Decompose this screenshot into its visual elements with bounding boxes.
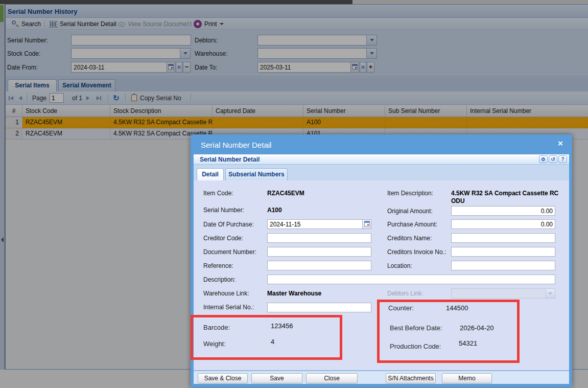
purchase-amount-input[interactable]: [451, 219, 555, 229]
sn-attachments-button[interactable]: S/N Attachments: [386, 373, 436, 383]
location-input[interactable]: [451, 261, 555, 270]
item-description-label: Item Description:: [387, 190, 433, 197]
save-and-close-button[interactable]: Save & Close: [198, 373, 248, 383]
dialog-title: Serial Number Detail: [201, 141, 271, 149]
warehouse-link-value: Master Warehouse: [267, 290, 321, 297]
description-input[interactable]: [267, 275, 555, 284]
warehouse-link-label: Warehouse Link:: [203, 290, 249, 297]
reference-input[interactable]: [267, 261, 371, 270]
document-number-label: Document Number:: [203, 248, 256, 256]
internal-serial-no-input[interactable]: [267, 303, 371, 312]
inner-panel-title: Serial Number Detail: [200, 156, 260, 163]
reference-label: Reference:: [203, 262, 233, 269]
date-of-purchase-calendar-button[interactable]: [363, 219, 371, 229]
annotation-box-counter-bestbefore-production: [377, 300, 520, 363]
dialog-tab-strip: Detail Subserial Numbers: [194, 165, 569, 180]
description-label: Description:: [203, 276, 236, 283]
creditors-name-label: Creditors Name:: [387, 235, 432, 242]
creditors-name-input[interactable]: [451, 233, 555, 243]
gear-icon[interactable]: ⚙: [539, 155, 548, 163]
debtors-link-combo: [451, 288, 555, 299]
memo-button[interactable]: Memo: [442, 373, 492, 383]
document-number-input[interactable]: [267, 247, 371, 257]
serial-number-label: Serial Number:: [203, 207, 244, 214]
creditors-invoice-no-label: Creditors Invoice No.:: [387, 248, 446, 256]
creditor-code-input[interactable]: [267, 233, 371, 243]
serial-number-value: A100: [267, 207, 282, 214]
close-button[interactable]: Close: [306, 373, 358, 383]
debtors-link-dropdown-button: [546, 289, 555, 298]
refresh-icon[interactable]: ↺: [549, 155, 557, 163]
internal-serial-no-label: Internal Serial No.:: [203, 304, 254, 311]
annotation-box-barcode-weight: [191, 315, 342, 360]
date-of-purchase-input[interactable]: [267, 219, 363, 229]
tab-detail[interactable]: Detail: [197, 168, 224, 180]
original-amount-input[interactable]: [451, 206, 555, 216]
item-description-value: 4.5KW R32 SA Compact Cassette RC ODU: [451, 190, 561, 205]
chevron-down-icon: [548, 292, 552, 295]
calendar-icon: [364, 221, 370, 226]
save-button[interactable]: Save: [251, 373, 302, 383]
tab-subserial-numbers[interactable]: Subserial Numbers: [225, 168, 288, 180]
creditor-code-label: Creditor Code:: [203, 235, 243, 242]
dialog-close-button[interactable]: ×: [558, 139, 563, 148]
debtors-link-label: Debtors Link:: [387, 290, 424, 297]
date-of-purchase-label: Date Of Purchase:: [203, 221, 254, 228]
item-code-value: RZAC45EVM: [267, 190, 304, 197]
help-icon[interactable]: ?: [558, 155, 567, 163]
dialog-button-bar: Save & Close Save Close S/N Attachments …: [194, 370, 569, 384]
inner-panel-header: Serial Number Detail ⚙ ↺ ?: [194, 154, 569, 165]
purchase-amount-label: Purchase Amount:: [387, 221, 437, 228]
original-amount-label: Original Amount:: [387, 208, 433, 215]
creditors-invoice-no-input[interactable]: [451, 247, 555, 257]
location-label: Location:: [387, 262, 412, 269]
item-code-label: Item Code:: [203, 190, 233, 197]
